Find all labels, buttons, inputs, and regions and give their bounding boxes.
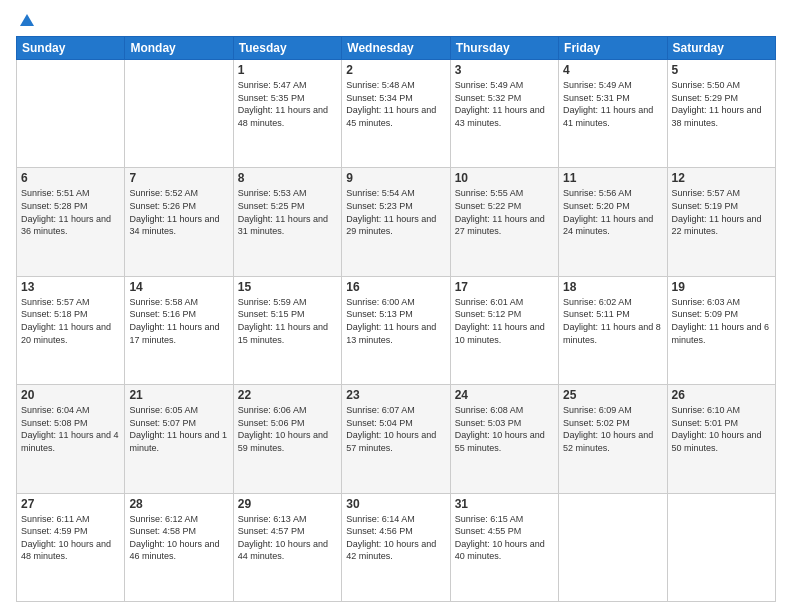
col-monday: Monday [125,37,233,60]
day-info: Sunrise: 5:59 AM Sunset: 5:15 PM Dayligh… [238,296,337,346]
table-row: 29Sunrise: 6:13 AM Sunset: 4:57 PM Dayli… [233,493,341,601]
day-number: 21 [129,388,228,402]
day-info: Sunrise: 5:53 AM Sunset: 5:25 PM Dayligh… [238,187,337,237]
day-info: Sunrise: 6:02 AM Sunset: 5:11 PM Dayligh… [563,296,662,346]
day-number: 28 [129,497,228,511]
day-info: Sunrise: 5:49 AM Sunset: 5:31 PM Dayligh… [563,79,662,129]
table-row [17,60,125,168]
table-row: 3Sunrise: 5:49 AM Sunset: 5:32 PM Daylig… [450,60,558,168]
table-row: 18Sunrise: 6:02 AM Sunset: 5:11 PM Dayli… [559,276,667,384]
col-wednesday: Wednesday [342,37,450,60]
table-row: 26Sunrise: 6:10 AM Sunset: 5:01 PM Dayli… [667,385,775,493]
calendar-row-4: 27Sunrise: 6:11 AM Sunset: 4:59 PM Dayli… [17,493,776,601]
day-number: 17 [455,280,554,294]
logo [16,14,36,28]
table-row: 14Sunrise: 5:58 AM Sunset: 5:16 PM Dayli… [125,276,233,384]
col-saturday: Saturday [667,37,775,60]
day-info: Sunrise: 5:51 AM Sunset: 5:28 PM Dayligh… [21,187,120,237]
table-row: 13Sunrise: 5:57 AM Sunset: 5:18 PM Dayli… [17,276,125,384]
table-row: 16Sunrise: 6:00 AM Sunset: 5:13 PM Dayli… [342,276,450,384]
day-number: 26 [672,388,771,402]
table-row [125,60,233,168]
table-row [667,493,775,601]
table-row: 30Sunrise: 6:14 AM Sunset: 4:56 PM Dayli… [342,493,450,601]
day-number: 13 [21,280,120,294]
calendar-table: Sunday Monday Tuesday Wednesday Thursday… [16,36,776,602]
table-row: 15Sunrise: 5:59 AM Sunset: 5:15 PM Dayli… [233,276,341,384]
day-number: 14 [129,280,228,294]
table-row: 28Sunrise: 6:12 AM Sunset: 4:58 PM Dayli… [125,493,233,601]
day-number: 5 [672,63,771,77]
col-friday: Friday [559,37,667,60]
day-number: 23 [346,388,445,402]
day-info: Sunrise: 6:06 AM Sunset: 5:06 PM Dayligh… [238,404,337,454]
calendar-header-row: Sunday Monday Tuesday Wednesday Thursday… [17,37,776,60]
calendar-row-0: 1Sunrise: 5:47 AM Sunset: 5:35 PM Daylig… [17,60,776,168]
table-row: 4Sunrise: 5:49 AM Sunset: 5:31 PM Daylig… [559,60,667,168]
table-row: 24Sunrise: 6:08 AM Sunset: 5:03 PM Dayli… [450,385,558,493]
day-info: Sunrise: 6:10 AM Sunset: 5:01 PM Dayligh… [672,404,771,454]
day-info: Sunrise: 6:13 AM Sunset: 4:57 PM Dayligh… [238,513,337,563]
svg-marker-0 [20,14,34,26]
table-row: 2Sunrise: 5:48 AM Sunset: 5:34 PM Daylig… [342,60,450,168]
day-number: 7 [129,171,228,185]
day-number: 1 [238,63,337,77]
table-row: 27Sunrise: 6:11 AM Sunset: 4:59 PM Dayli… [17,493,125,601]
day-number: 18 [563,280,662,294]
day-number: 27 [21,497,120,511]
table-row: 9Sunrise: 5:54 AM Sunset: 5:23 PM Daylig… [342,168,450,276]
table-row: 6Sunrise: 5:51 AM Sunset: 5:28 PM Daylig… [17,168,125,276]
table-row: 23Sunrise: 6:07 AM Sunset: 5:04 PM Dayli… [342,385,450,493]
day-info: Sunrise: 5:49 AM Sunset: 5:32 PM Dayligh… [455,79,554,129]
day-info: Sunrise: 6:05 AM Sunset: 5:07 PM Dayligh… [129,404,228,454]
day-info: Sunrise: 5:50 AM Sunset: 5:29 PM Dayligh… [672,79,771,129]
day-number: 2 [346,63,445,77]
day-info: Sunrise: 5:57 AM Sunset: 5:19 PM Dayligh… [672,187,771,237]
day-info: Sunrise: 6:03 AM Sunset: 5:09 PM Dayligh… [672,296,771,346]
calendar-row-1: 6Sunrise: 5:51 AM Sunset: 5:28 PM Daylig… [17,168,776,276]
header [16,14,776,28]
day-number: 29 [238,497,337,511]
day-info: Sunrise: 5:58 AM Sunset: 5:16 PM Dayligh… [129,296,228,346]
table-row: 8Sunrise: 5:53 AM Sunset: 5:25 PM Daylig… [233,168,341,276]
calendar-row-3: 20Sunrise: 6:04 AM Sunset: 5:08 PM Dayli… [17,385,776,493]
day-info: Sunrise: 6:00 AM Sunset: 5:13 PM Dayligh… [346,296,445,346]
table-row: 5Sunrise: 5:50 AM Sunset: 5:29 PM Daylig… [667,60,775,168]
table-row: 17Sunrise: 6:01 AM Sunset: 5:12 PM Dayli… [450,276,558,384]
table-row: 7Sunrise: 5:52 AM Sunset: 5:26 PM Daylig… [125,168,233,276]
day-info: Sunrise: 5:47 AM Sunset: 5:35 PM Dayligh… [238,79,337,129]
calendar-row-2: 13Sunrise: 5:57 AM Sunset: 5:18 PM Dayli… [17,276,776,384]
day-info: Sunrise: 6:12 AM Sunset: 4:58 PM Dayligh… [129,513,228,563]
day-info: Sunrise: 5:48 AM Sunset: 5:34 PM Dayligh… [346,79,445,129]
table-row: 19Sunrise: 6:03 AM Sunset: 5:09 PM Dayli… [667,276,775,384]
day-info: Sunrise: 5:55 AM Sunset: 5:22 PM Dayligh… [455,187,554,237]
day-number: 4 [563,63,662,77]
day-number: 9 [346,171,445,185]
day-number: 30 [346,497,445,511]
day-info: Sunrise: 5:52 AM Sunset: 5:26 PM Dayligh… [129,187,228,237]
day-info: Sunrise: 6:14 AM Sunset: 4:56 PM Dayligh… [346,513,445,563]
table-row: 11Sunrise: 5:56 AM Sunset: 5:20 PM Dayli… [559,168,667,276]
day-info: Sunrise: 5:57 AM Sunset: 5:18 PM Dayligh… [21,296,120,346]
day-info: Sunrise: 6:11 AM Sunset: 4:59 PM Dayligh… [21,513,120,563]
day-number: 19 [672,280,771,294]
col-sunday: Sunday [17,37,125,60]
table-row: 21Sunrise: 6:05 AM Sunset: 5:07 PM Dayli… [125,385,233,493]
day-number: 31 [455,497,554,511]
table-row: 31Sunrise: 6:15 AM Sunset: 4:55 PM Dayli… [450,493,558,601]
table-row: 10Sunrise: 5:55 AM Sunset: 5:22 PM Dayli… [450,168,558,276]
col-tuesday: Tuesday [233,37,341,60]
table-row [559,493,667,601]
day-info: Sunrise: 5:54 AM Sunset: 5:23 PM Dayligh… [346,187,445,237]
day-info: Sunrise: 6:07 AM Sunset: 5:04 PM Dayligh… [346,404,445,454]
day-number: 16 [346,280,445,294]
day-number: 6 [21,171,120,185]
day-number: 8 [238,171,337,185]
table-row: 25Sunrise: 6:09 AM Sunset: 5:02 PM Dayli… [559,385,667,493]
day-number: 11 [563,171,662,185]
table-row: 20Sunrise: 6:04 AM Sunset: 5:08 PM Dayli… [17,385,125,493]
day-number: 12 [672,171,771,185]
page: Sunday Monday Tuesday Wednesday Thursday… [0,0,792,612]
day-info: Sunrise: 6:01 AM Sunset: 5:12 PM Dayligh… [455,296,554,346]
day-info: Sunrise: 5:56 AM Sunset: 5:20 PM Dayligh… [563,187,662,237]
